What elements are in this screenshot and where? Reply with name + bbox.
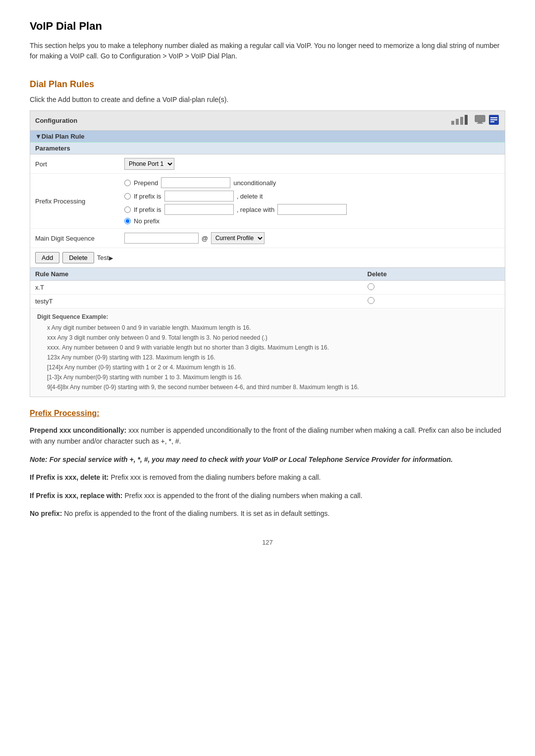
if-prefix-replace-input[interactable]: [164, 204, 234, 215]
prepend-label: Prepend: [134, 179, 158, 187]
intro-text: This section helps you to make a telepho…: [30, 41, 505, 61]
config-label: Configuration: [35, 117, 77, 124]
parameters-table: Port Phone Port 1 Phone Port 2 Prefix Pr…: [30, 154, 505, 248]
digit-example-items: x Any digit number between 0 and 9 in va…: [37, 323, 498, 392]
svg-rect-6: [477, 123, 483, 124]
delete-cell: [363, 295, 505, 308]
noprefix-body: No prefix is appended to the front of th…: [64, 509, 329, 517]
if-prefix-replace-row: If prefix is , replace with: [124, 204, 500, 215]
port-select[interactable]: Phone Port 1 Phone Port 2: [124, 158, 174, 170]
replace-with-input[interactable]: [277, 204, 347, 215]
signal-icon: [450, 114, 472, 127]
rule-name-cell: x.T: [30, 281, 363, 295]
digit-examples: Digit Sequence Example: x Any digit numb…: [30, 308, 505, 397]
prefix-processing-heading[interactable]: Prefix Processing:: [30, 409, 505, 418]
svg-rect-10: [490, 121, 494, 122]
digit-examples-title: Digit Sequence Example:: [37, 312, 498, 321]
config-header: Configuration: [30, 111, 505, 131]
main-digit-input[interactable]: [124, 233, 199, 244]
if-prefix-delete-radio[interactable]: [124, 193, 131, 200]
port-label: Port: [30, 154, 119, 174]
prepend-input[interactable]: [161, 177, 230, 188]
digit-example-item: 123x Any number (0-9) starting with 123.…: [37, 353, 498, 362]
digit-example-item: 9[4-6]8x Any number (0-9) starting with …: [37, 383, 498, 392]
svg-rect-3: [465, 115, 468, 125]
no-prefix-row: No prefix: [124, 217, 500, 225]
prefix-label: Prefix Processing: [30, 174, 119, 229]
port-cell: Phone Port 1 Phone Port 2: [119, 154, 505, 174]
main-digit-row: Main Digit Sequence @ Current Profile Pr…: [30, 229, 505, 248]
page-title: VoIP Dial Plan: [30, 20, 505, 33]
digit-example-item: [1-3]x Any number(0-9) starting with num…: [37, 373, 498, 382]
rules-table-body: x.T testyT: [30, 281, 505, 308]
digit-example-item: [124]x Any number (0-9) starting with 1 …: [37, 363, 498, 372]
parameters-bar: Parameters: [30, 143, 505, 154]
no-prefix-label: No prefix: [134, 217, 160, 225]
if-prefix-replace-label: If prefix is: [134, 206, 161, 213]
page-number: 127: [30, 539, 505, 546]
prepend-radio[interactable]: [124, 180, 131, 186]
config-box: Configuration: [30, 110, 505, 397]
rules-table: Rule Name Delete x.T testyT: [30, 268, 505, 308]
prepend-suffix: unconditionally: [233, 179, 276, 187]
no-prefix-radio[interactable]: [124, 218, 131, 224]
prepend-row: Prepend unconditionally: [124, 177, 500, 188]
svg-rect-4: [475, 115, 485, 122]
delete-radio[interactable]: [368, 297, 374, 304]
rules-table-header-row: Rule Name Delete: [30, 268, 505, 281]
rule-name-cell: testyT: [30, 295, 363, 308]
replace-body: Prefix xxx is appended to the front of t…: [124, 492, 362, 500]
replace-title: If Prefix is xxx, replace with:: [30, 492, 123, 500]
digit-example-item: x Any digit number between 0 and 9 in va…: [37, 323, 498, 332]
table-row: x.T: [30, 281, 505, 295]
prepend-para: Prepend xxx unconditionally: xxx number …: [30, 425, 505, 447]
replace-para: If Prefix is xxx, replace with: Prefix x…: [30, 490, 505, 501]
at-sign: @: [202, 235, 208, 242]
prefix-options-cell: Prepend unconditionally If prefix is , d…: [119, 174, 505, 229]
svg-rect-9: [490, 119, 497, 120]
port-row: Port Phone Port 1 Phone Port 2: [30, 154, 505, 174]
delete-button[interactable]: Delete: [62, 252, 94, 263]
parameters-label: Parameters: [35, 145, 70, 152]
if-prefix-replace-radio[interactable]: [124, 206, 131, 213]
note-para: Note: For special service with +, *, #, …: [30, 454, 505, 465]
digit-example-item: xxxx. Any number between 0 and 9 with va…: [37, 343, 498, 352]
prepend-title: Prepend xxx unconditionally:: [30, 426, 126, 434]
config-icons: [450, 114, 500, 127]
svg-rect-8: [490, 117, 497, 118]
if-prefix-delete-label: If prefix is: [134, 193, 161, 200]
section-desc: Click the Add button to create and defin…: [30, 96, 505, 103]
main-digit-label: Main Digit Sequence: [30, 229, 119, 248]
svg-rect-1: [456, 119, 459, 125]
delete-body: Prefix xxx is removed from the dialing n…: [110, 473, 321, 481]
settings-icon: [488, 114, 500, 127]
main-digit-cell: @ Current Profile Profile 1 Profile 2: [119, 229, 505, 248]
table-row: testyT: [30, 295, 505, 308]
prefix-options: Prepend unconditionally If prefix is , d…: [124, 177, 500, 225]
test-link[interactable]: Test: [97, 254, 113, 261]
delete-radio[interactable]: [368, 283, 374, 290]
dial-plan-rule-bar: ▼Dial Plan Rule: [30, 131, 505, 143]
if-prefix-delete-row: If prefix is , delete it: [124, 191, 500, 202]
dial-plan-rules-heading: Dial Plan Rules: [30, 79, 505, 90]
if-prefix-delete-suffix: , delete it: [237, 193, 263, 200]
if-prefix-replace-suffix: , replace with: [237, 206, 275, 213]
rule-name-header: Rule Name: [30, 268, 363, 281]
action-buttons: Add Delete Test: [30, 248, 505, 268]
svg-rect-2: [460, 117, 463, 125]
digit-example-item: xxx Any 3 digit number only between 0 an…: [37, 333, 498, 342]
main-digit-input-row: @ Current Profile Profile 1 Profile 2: [124, 232, 500, 244]
delete-title: If Prefix is xxx, delete it:: [30, 473, 109, 481]
dial-plan-rule-label: ▼Dial Plan Rule: [35, 133, 85, 140]
svg-rect-0: [451, 121, 454, 125]
delete-cell: [363, 281, 505, 295]
note-text: Note: For special service with +, *, #, …: [30, 455, 453, 463]
prefix-processing-row: Prefix Processing Prepend unconditionall…: [30, 174, 505, 229]
profile-select[interactable]: Current Profile Profile 1 Profile 2: [211, 232, 265, 244]
noprefix-title: No prefix:: [30, 509, 62, 517]
delete-para: If Prefix is xxx, delete it: Prefix xxx …: [30, 472, 505, 483]
monitor-icon: [474, 114, 486, 127]
add-button[interactable]: Add: [35, 252, 59, 263]
if-prefix-delete-input[interactable]: [164, 191, 234, 202]
svg-rect-5: [478, 122, 482, 123]
